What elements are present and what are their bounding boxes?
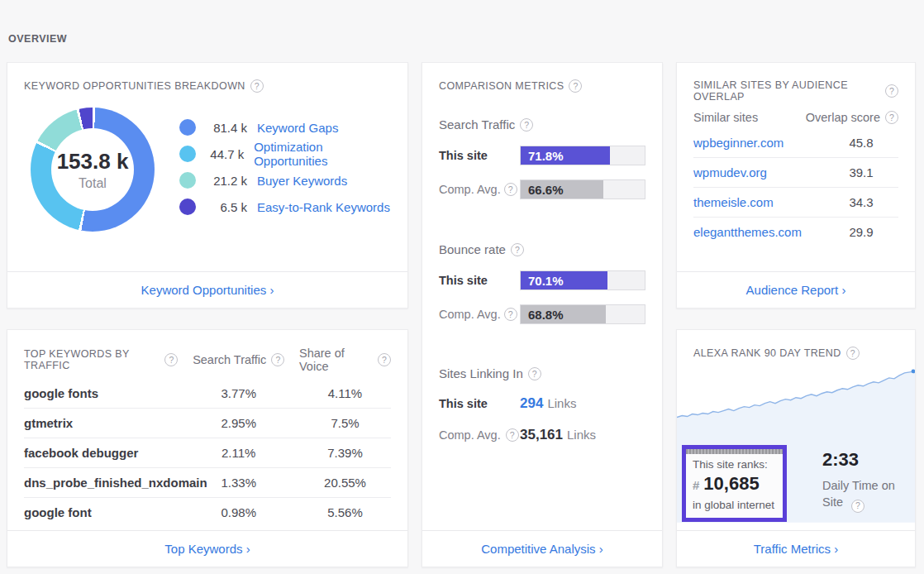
keyword-cell: gtmetrix <box>24 416 178 430</box>
overlap-score: 29.9 <box>824 225 898 239</box>
legend-value: 44.7 k <box>196 147 244 161</box>
table-row: facebook debugger 2.11% 7.39% <box>24 438 391 467</box>
help-icon[interactable]: ? <box>885 111 898 124</box>
site-link-elegantthemes[interactable]: elegantthemes.com <box>693 225 824 239</box>
comp-avg-bar-row: Comp. Avg. ? 66.6% <box>439 179 645 199</box>
similar-sites-table: wpbeginner.com 45.8 wpmudev.org 39.1 the… <box>677 124 915 246</box>
links-count[interactable]: 294 <box>520 395 543 412</box>
search-traffic-cell: 1.33% <box>178 476 299 490</box>
card-title: KEYWORD OPPORTUNITIES BREAKDOWN <box>24 80 245 92</box>
daily-time-value: 2:33 <box>822 449 909 471</box>
metric-search-traffic: Search Traffic ? <box>439 117 645 132</box>
card-footer: Competitive Analysis › <box>422 530 662 567</box>
help-icon[interactable]: ? <box>846 347 860 360</box>
comp-avg-text: Comp. Avg. <box>439 183 501 196</box>
page-title: OVERVIEW <box>8 33 67 45</box>
middle-column: COMPARISON METRICS ? Search Traffic ? Th… <box>422 62 663 567</box>
keyword-opportunities-report-link[interactable]: Keyword Opportunities › <box>141 283 274 297</box>
card-footer: Traffic Metrics › <box>677 530 915 567</box>
search-traffic-cell: 2.95% <box>178 416 299 430</box>
daily-time-on-site: 2:33 Daily Time on Site ? <box>822 449 909 513</box>
table-row: elegantthemes.com 29.9 <box>693 217 898 246</box>
comp-avg-label: Comp. Avg. ? <box>439 308 520 321</box>
keyword-donut-chart: 153.8 k Total <box>31 108 155 232</box>
this-site-label: This site <box>439 274 520 287</box>
card-header: ALEXA RANK 90 DAY TREND ? <box>677 330 915 360</box>
help-icon[interactable]: ? <box>271 353 284 366</box>
rank-caption: in global internet engagement <box>693 497 776 522</box>
help-icon[interactable]: ? <box>528 367 541 380</box>
site-link-wpbeginner[interactable]: wpbeginner.com <box>693 136 824 150</box>
metric-label: Sites Linking In <box>439 366 523 380</box>
table-row: gtmetrix 2.95% 7.5% <box>24 408 391 438</box>
left-column: KEYWORD OPPORTUNITIES BREAKDOWN ? 153.8 … <box>7 62 408 567</box>
help-icon[interactable]: ? <box>520 118 533 132</box>
links-unit: Links <box>567 428 596 442</box>
overlap-score: 39.1 <box>824 165 898 179</box>
legend-value: 21.2 k <box>196 174 247 188</box>
bar-value: 66.6% <box>521 183 564 197</box>
legend-dot-keyword-gaps <box>179 119 196 136</box>
help-icon[interactable]: ? <box>250 79 264 93</box>
similar-sites-column-headers: Similar sites Overlap score ? <box>677 103 915 124</box>
help-icon[interactable]: ? <box>851 500 864 513</box>
this-site-label: This site <box>439 397 520 410</box>
top-keywords-report-link[interactable]: Top Keywords › <box>164 542 250 556</box>
table-row: dns_probe_finished_nxdomain 1.33% 20.55% <box>24 467 391 497</box>
search-traffic-cell: 0.98% <box>178 505 299 519</box>
this-site-bar-row: This site 71.8% <box>439 146 645 165</box>
share-of-voice-cell: 5.56% <box>299 505 391 519</box>
overlap-score: 45.8 <box>824 136 898 150</box>
comp-avg-bar-row: Comp. Avg. ? 68.8% <box>439 304 645 324</box>
legend-dot-optimization-opportunities <box>179 146 196 162</box>
share-of-voice-cell: 7.5% <box>299 416 391 430</box>
legend-dot-buyer-keywords <box>179 172 196 189</box>
help-icon[interactable]: ? <box>164 353 178 366</box>
daily-time-label: Daily Time on Site ? <box>822 477 909 513</box>
card-header: TOP KEYWORDS BY TRAFFIC ? <box>24 348 178 371</box>
audience-report-link[interactable]: Audience Report › <box>746 283 846 297</box>
column-label: Share of Voice <box>299 347 373 373</box>
legend-item: 6.5 k Easy-to-Rank Keywords <box>179 194 391 220</box>
help-icon[interactable]: ? <box>504 308 517 321</box>
legend-link-buyer-keywords[interactable]: Buyer Keywords <box>257 174 347 188</box>
card-header: KEYWORD OPPORTUNITIES BREAKDOWN ? <box>7 63 407 93</box>
overlap-score: 34.3 <box>824 195 898 209</box>
table-row: wpbeginner.com 45.8 <box>693 127 898 157</box>
help-icon[interactable]: ? <box>506 428 519 442</box>
help-icon[interactable]: ? <box>378 353 391 366</box>
table-row: themeisle.com 34.3 <box>693 187 898 217</box>
competitive-analysis-link[interactable]: Competitive Analysis › <box>481 542 603 556</box>
site-link-themeisle[interactable]: themeisle.com <box>693 195 824 209</box>
similar-sites-card: SIMILAR SITES BY AUDIENCE OVERLAP ? Simi… <box>676 62 916 309</box>
hash-icon: # <box>693 478 699 492</box>
search-traffic-cell: 3.77% <box>178 386 299 400</box>
card-header: SIMILAR SITES BY AUDIENCE OVERLAP ? <box>677 63 915 103</box>
help-icon[interactable]: ? <box>569 79 582 93</box>
metric-label: Search Traffic <box>439 117 515 132</box>
top-keywords-card: TOP KEYWORDS BY TRAFFIC ? Search Traffic… <box>7 329 408 567</box>
column-label: Overlap score <box>806 111 880 124</box>
legend-link-easy-to-rank[interactable]: Easy-to-Rank Keywords <box>257 200 390 214</box>
traffic-metrics-link[interactable]: Traffic Metrics › <box>754 542 839 556</box>
comp-avg-links-row: Comp. Avg. ? 35,161 Links <box>439 427 645 443</box>
links-count: 35,161 <box>520 427 563 443</box>
donut-total-label: Total <box>79 176 107 191</box>
this-site-bar: 71.8% <box>521 146 610 165</box>
help-icon[interactable]: ? <box>511 243 524 256</box>
metric-bounce-rate: Bounce rate ? <box>439 242 645 256</box>
legend-link-optimization-opportunities[interactable]: Optimization Opportunities <box>254 140 391 168</box>
metric-sites-linking-in: Sites Linking In ? <box>439 366 645 380</box>
help-icon[interactable]: ? <box>885 84 898 98</box>
keyword-opportunities-body: 153.8 k Total 81.4 k Keyword Gaps 44.7 k… <box>7 93 407 232</box>
legend-link-keyword-gaps[interactable]: Keyword Gaps <box>257 121 338 135</box>
search-traffic-cell: 2.11% <box>178 446 299 460</box>
rank-heading: This site ranks: <box>693 458 776 471</box>
column-header-share-of-voice: Share of Voice ? <box>299 347 391 373</box>
legend-item: 44.7 k Optimization Opportunities <box>179 141 391 167</box>
help-icon[interactable]: ? <box>504 183 517 196</box>
rank-line: # 10,685 <box>693 473 776 495</box>
share-of-voice-cell: 7.39% <box>299 446 391 460</box>
share-of-voice-cell: 4.11% <box>299 386 391 400</box>
site-link-wpmudev[interactable]: wpmudev.org <box>693 165 824 179</box>
